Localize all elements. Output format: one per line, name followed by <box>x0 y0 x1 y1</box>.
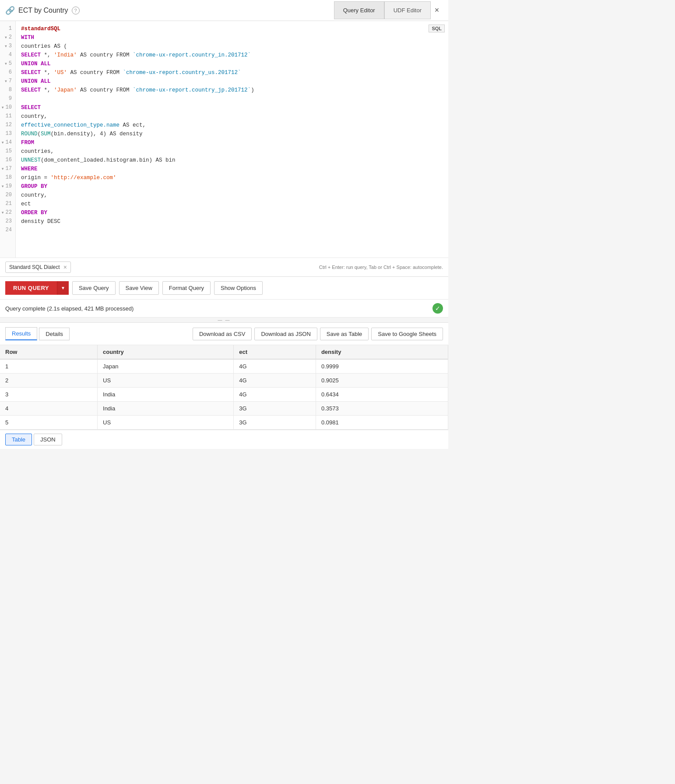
dialect-tag: Standard SQL Dialect × <box>5 261 71 273</box>
show-options-button[interactable]: Show Options <box>214 281 263 295</box>
results-actions: Download as CSV Download as JSON Save as… <box>193 328 443 340</box>
cell-country: US <box>98 416 234 430</box>
col-header-density: density <box>316 345 448 359</box>
code-line-18: origin = 'http://example.com' <box>21 173 443 182</box>
sql-badge: SQL <box>429 25 445 32</box>
results-header: Results Details Download as CSV Download… <box>0 323 448 345</box>
fold-arrow[interactable]: ▼ <box>2 105 4 111</box>
header: 🔗 ECT by Country ? Query Editor UDF Edit… <box>0 0 448 21</box>
col-header-ect: ect <box>234 345 316 359</box>
cell-density: 0.6434 <box>316 388 448 402</box>
fold-arrow[interactable]: ▼ <box>2 166 4 172</box>
line-numbers: 1▼2▼34▼56▼789▼10111213▼141516▼1718▼19202… <box>0 21 16 258</box>
table-row: 5US3G0.0981 <box>0 416 448 430</box>
tab-udf-editor[interactable]: UDF Editor <box>384 1 431 19</box>
code-line-10: SELECT <box>21 103 443 112</box>
code-line-3: countries AS ( <box>21 42 443 51</box>
fold-arrow[interactable]: ▼ <box>2 184 4 190</box>
code-line-23: density DESC <box>21 217 443 226</box>
code-line-2: WITH <box>21 33 443 42</box>
bottom-tab-table[interactable]: Table <box>5 434 32 445</box>
run-query-dropdown[interactable]: ▼ <box>57 281 69 295</box>
col-header-Row: Row <box>0 345 98 359</box>
cell-ect: 4G <box>234 388 316 402</box>
download-csv-button[interactable]: Download as CSV <box>193 328 252 340</box>
table-row: 4India3G0.3573 <box>0 402 448 416</box>
page-title: ECT by Country <box>18 7 68 14</box>
help-icon[interactable]: ? <box>72 7 80 14</box>
link-icon: 🔗 <box>5 6 15 15</box>
line-number-8: 8 <box>2 86 14 95</box>
fold-arrow[interactable]: ▼ <box>5 44 7 49</box>
download-json-button[interactable]: Download as JSON <box>254 328 317 340</box>
fold-arrow[interactable]: ▼ <box>5 35 7 41</box>
cell-ect: 4G <box>234 374 316 388</box>
cell-country: Japan <box>98 359 234 374</box>
cell-row: 4 <box>0 402 98 416</box>
code-line-20: country, <box>21 191 443 200</box>
cell-row: 3 <box>0 388 98 402</box>
format-query-button[interactable]: Format Query <box>162 281 211 295</box>
code-line-14: FROM <box>21 138 443 147</box>
save-as-table-button[interactable]: Save as Table <box>320 328 369 340</box>
line-number-12: 12 <box>2 121 14 130</box>
editor-bottom: Standard SQL Dialect × Ctrl + Enter: run… <box>0 258 448 276</box>
cell-ect: 4G <box>234 359 316 374</box>
line-number-14: ▼14 <box>2 138 14 147</box>
cell-row: 2 <box>0 374 98 388</box>
code-line-22: ORDER BY <box>21 208 443 217</box>
cell-density: 0.0981 <box>316 416 448 430</box>
bottom-tabs: Table JSON <box>0 430 448 449</box>
bottom-tab-json[interactable]: JSON <box>34 434 62 445</box>
save-view-button[interactable]: Save View <box>119 281 159 295</box>
line-number-21: 21 <box>2 200 14 208</box>
cell-row: 1 <box>0 359 98 374</box>
table-row: 3India4G0.6434 <box>0 388 448 402</box>
fold-arrow[interactable]: ▼ <box>2 140 4 146</box>
line-number-19: ▼19 <box>2 182 14 191</box>
close-button[interactable]: × <box>431 4 443 17</box>
tab-query-editor[interactable]: Query Editor <box>334 1 384 19</box>
col-header-country: country <box>98 345 234 359</box>
line-number-17: ▼17 <box>2 165 14 173</box>
line-number-10: ▼10 <box>2 103 14 112</box>
cell-density: 0.3573 <box>316 402 448 416</box>
line-number-16: 16 <box>2 156 14 165</box>
save-to-sheets-button[interactable]: Save to Google Sheets <box>371 328 443 340</box>
results-section: Results Details Download as CSV Download… <box>0 323 448 430</box>
code-line-11: country, <box>21 112 443 121</box>
fold-arrow[interactable]: ▼ <box>5 79 7 85</box>
run-query-button[interactable]: RUN QUERY <box>5 281 57 295</box>
table-header-row: Rowcountryectdensity <box>0 345 448 359</box>
line-number-15: 15 <box>2 147 14 156</box>
fold-arrow[interactable]: ▼ <box>2 210 4 216</box>
cell-ect: 3G <box>234 402 316 416</box>
tab-details[interactable]: Details <box>39 328 70 340</box>
status-text: Query complete (2.1s elapsed, 421 MB pro… <box>5 305 134 312</box>
resize-handle[interactable]: — — <box>0 318 448 323</box>
line-number-3: ▼3 <box>2 42 14 51</box>
code-line-4: SELECT *, 'India' AS country FROM `chrom… <box>21 51 443 60</box>
table-body: 1Japan4G0.99992US4G0.90253India4G0.64344… <box>0 359 448 430</box>
line-number-4: 4 <box>2 51 14 60</box>
code-editor[interactable]: 1▼2▼34▼56▼789▼10111213▼141516▼1718▼19202… <box>0 21 448 258</box>
fold-arrow[interactable]: ▼ <box>5 61 7 67</box>
line-number-24: 24 <box>2 226 14 235</box>
tab-results[interactable]: Results <box>5 327 37 340</box>
code-line-13: ROUND(SUM(bin.density), 4) AS density <box>21 130 443 138</box>
code-line-12: effective_connection_type.name AS ect, <box>21 121 443 130</box>
table-row: 2US4G0.9025 <box>0 374 448 388</box>
cell-country: India <box>98 402 234 416</box>
code-content[interactable]: #standardSQLWITH countries AS ( SELECT *… <box>16 21 448 258</box>
code-line-1: #standardSQL <box>21 25 443 33</box>
header-left: 🔗 ECT by Country ? <box>5 6 80 15</box>
code-line-5: UNION ALL <box>21 60 443 68</box>
table-header: Rowcountryectdensity <box>0 345 448 359</box>
line-number-22: ▼22 <box>2 208 14 217</box>
save-query-button[interactable]: Save Query <box>72 281 116 295</box>
code-line-16: UNNEST(dom_content_loaded.histogram.bin)… <box>21 156 443 165</box>
header-tabs: Query Editor UDF Editor × <box>334 1 443 19</box>
dialect-close[interactable]: × <box>63 264 67 271</box>
code-line-9 <box>21 95 443 103</box>
line-number-9: 9 <box>2 95 14 103</box>
